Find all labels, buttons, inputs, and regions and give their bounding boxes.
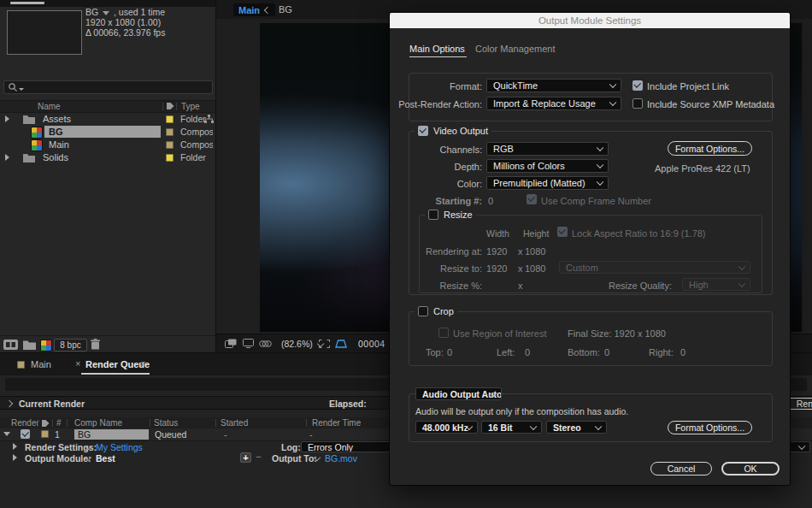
audio-channels-dropdown[interactable]: Stereo [546,421,607,434]
item-label[interactable]: Main [49,139,69,151]
channels-dropdown[interactable]: RGB [486,142,609,156]
chevron-left-icon[interactable] [264,6,271,13]
render-settings-link[interactable]: My Settings [96,442,143,452]
crop-label: Crop [433,306,454,316]
comp-tab-label[interactable]: Main [238,5,260,15]
resize-checkbox[interactable] [428,210,438,220]
item-type: Composition [180,139,213,151]
post-render-dropdown[interactable]: Import & Replace Usage [486,97,621,110]
expand-triangle-icon[interactable] [5,115,9,122]
render-checkbox[interactable] [21,429,30,439]
starting-number-label: Starting #: [407,196,482,206]
comp-tab-active[interactable]: Main [233,3,275,16]
minus-icon: − [256,452,261,462]
audio-note: Audio will be output only if the composi… [415,406,628,416]
menu-icon[interactable]: ≡ [140,358,145,369]
include-project-link-checkbox[interactable] [633,80,643,91]
video-output-checkbox[interactable] [418,126,428,136]
item-type: Composition [180,126,213,139]
bit-depth-dropdown[interactable]: 16 Bit [481,421,542,434]
col-status[interactable]: Status [154,417,178,428]
expand-triangle-icon[interactable] [13,443,17,450]
item-label[interactable]: Solids [43,151,68,164]
resize-to-height: 1080 [525,263,545,274]
comp-tab-bg[interactable]: BG [279,4,292,15]
depth-dropdown[interactable]: Millions of Colors [486,159,609,173]
close-icon[interactable]: × [75,358,80,369]
collapse-triangle-icon[interactable] [3,432,10,436]
new-folder-icon[interactable] [23,340,36,351]
project-row-main[interactable]: Main Composition [0,139,215,151]
column-type[interactable]: Type [181,101,200,112]
column-name[interactable]: Name [38,101,61,112]
composition-icon [31,139,43,151]
dialog-titlebar[interactable]: Output Module Settings [390,13,790,28]
col-render-time[interactable]: Render Time [312,417,361,428]
output-module-value[interactable]: Best [96,453,115,464]
sample-rate-dropdown[interactable]: 48.000 kHz [415,421,478,434]
format-value: QuickTime [493,80,538,91]
col-render[interactable]: Render [11,417,39,428]
frame-number[interactable]: 00004 [358,339,385,349]
format-dropdown[interactable]: QuickTime [486,79,621,92]
crop-left-label: Left: [497,347,515,357]
crop-checkbox[interactable] [418,306,428,316]
preview-size: 1920 x 1080 (1.00) [85,17,161,27]
roi-icon[interactable] [319,340,330,350]
item-label[interactable]: Assets [43,113,71,126]
tab-main-options[interactable]: Main Options [409,44,465,54]
chevron-right-icon[interactable] [6,400,13,407]
preview-comp-name[interactable]: BG [85,7,98,17]
trash-icon[interactable] [91,339,100,351]
resize-quality-value: High [689,280,709,290]
col-started[interactable]: Started [221,417,248,428]
remove-output-module-button[interactable]: − [253,452,264,463]
col-number[interactable]: # [56,417,62,428]
label-color-swatch[interactable] [166,141,174,149]
expand-triangle-icon[interactable] [13,454,17,461]
item-label[interactable]: BG [49,126,63,139]
output-to-link[interactable]: BG.mov [325,453,357,464]
channels-icon[interactable] [259,340,272,350]
x-separator: x [518,281,523,291]
project-row-assets[interactable]: Assets Folder [0,113,215,126]
final-size-label: Final Size: 1920 x 1080 [568,328,666,339]
tab-color-management[interactable]: Color Management [475,44,556,54]
format-options-button[interactable]: Format Options... [668,141,752,156]
ok-button[interactable]: OK [721,462,780,476]
audio-format-options-button[interactable]: Format Options... [668,421,752,434]
search-options-icon[interactable] [19,88,24,91]
cancel-button[interactable]: Cancel [650,462,712,476]
tab-main-options-underline [409,56,467,57]
new-composition-icon[interactable] [40,340,52,351]
expand-triangle-icon[interactable] [5,154,9,161]
project-row-solids[interactable]: Solids Folder [0,151,215,164]
use-comp-frame-checkbox [527,194,537,204]
search-input[interactable] [3,80,213,94]
label-color-swatch[interactable] [166,154,174,162]
label-color-swatch[interactable] [166,115,174,123]
depth-label: Depth: [407,162,482,172]
add-output-module-button[interactable]: + [240,452,251,463]
snapshot-icon[interactable] [225,339,237,350]
row-comp-name-cell[interactable]: BG [74,429,149,440]
project-row-bg[interactable]: BG Composition [0,126,215,139]
audio-output-dropdown[interactable]: Audio Output Auto [415,387,502,400]
transparency-grid-icon[interactable] [335,340,347,350]
bpc-button[interactable]: 8 bpc [54,339,87,351]
row-color-swatch[interactable] [41,430,49,438]
resize-to-label: Resize to: [407,263,482,274]
tag-column-icon[interactable] [166,102,174,112]
display-icon[interactable] [243,339,254,350]
resize-label: Resize [444,210,473,220]
label-color-swatch[interactable] [166,128,174,136]
crop-right-value: 0 [680,347,685,357]
resize-quality-dropdown: High [682,278,750,291]
chevron-down-icon[interactable] [103,11,109,15]
include-xmp-checkbox[interactable] [633,98,643,109]
color-dropdown[interactable]: Premultiplied (Matted) [486,176,609,190]
tab-main-timeline[interactable]: Main [31,359,51,369]
footage-icon[interactable] [3,340,18,351]
col-comp-name[interactable]: Comp Name [74,417,122,428]
panel-grip[interactable] [10,2,44,4]
